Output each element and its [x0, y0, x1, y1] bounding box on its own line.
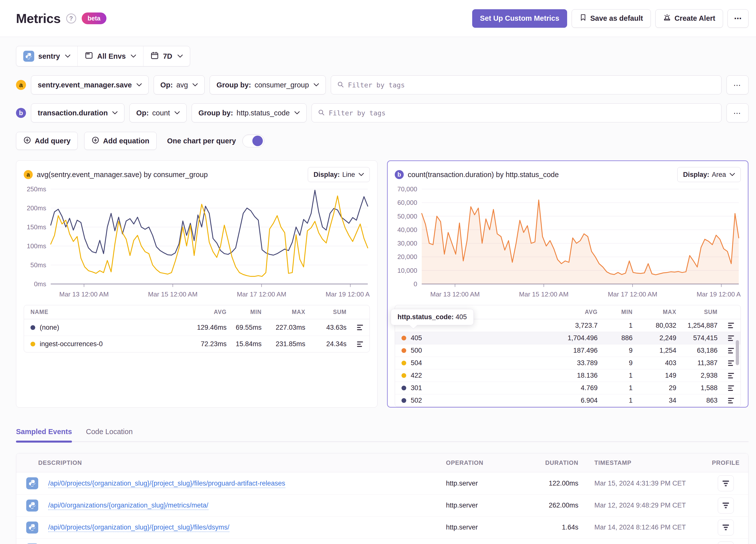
svg-text:70,000: 70,000 — [397, 186, 417, 193]
summary-row[interactable]: 3014.7691291,588 — [395, 382, 741, 394]
event-description-cell: /api/0/projects/{organization_slug}/{pro… — [41, 480, 446, 487]
series-row-menu[interactable] — [718, 373, 734, 378]
metric-select-a[interactable]: sentry.event_manager.save — [31, 75, 149, 94]
svg-text:100ms: 100ms — [27, 242, 46, 250]
event-operation: http.server — [446, 502, 521, 509]
one-chart-per-query-toggle[interactable] — [242, 134, 264, 147]
open-profile-button[interactable] — [718, 498, 734, 514]
row-menu-icon[interactable] — [728, 398, 734, 403]
row-menu-icon[interactable] — [728, 335, 734, 341]
row-menu-icon[interactable] — [357, 341, 363, 347]
details-tabs: Sampled Events Code Location — [16, 428, 749, 442]
series-row-menu[interactable] — [347, 341, 363, 347]
summary-row[interactable]: 4051,704.4968862,249574,415 — [395, 332, 741, 344]
summary-row[interactable]: ingest-occurrences-072.23ms15.84ms231.85… — [24, 336, 370, 352]
event-row: /api/0/organizations/{organization_slug}… — [16, 494, 748, 516]
event-description-link[interactable]: /api/0/organizations/{organization_slug}… — [48, 502, 208, 510]
series-color-dot — [30, 342, 35, 346]
series-name-cell: 405 — [401, 334, 554, 342]
row-menu-icon[interactable] — [728, 323, 734, 328]
tag-filter-input-a[interactable]: Filter by tags — [331, 75, 722, 94]
summary-row[interactable]: 42218.13611492,938 — [395, 369, 741, 382]
series-row-menu[interactable] — [718, 323, 734, 328]
display-type-select-b[interactable]: Display: Area — [677, 167, 741, 182]
metric-select-b[interactable]: transaction.duration — [31, 103, 124, 122]
create-alert-button[interactable]: Create Alert — [655, 9, 723, 28]
series-name-cell: ingest-occurrences-0 — [30, 340, 183, 348]
open-profile-button[interactable] — [718, 475, 734, 491]
series-name-cell: 504 — [401, 359, 554, 367]
more-options-button[interactable]: ⋯ — [728, 9, 749, 28]
query-options-button-a[interactable]: ⋯ — [727, 75, 749, 94]
add-query-button[interactable]: Add query — [16, 132, 78, 150]
groupby-label: Group by: — [198, 109, 233, 117]
chevron-down-icon — [65, 54, 70, 58]
help-icon[interactable]: ? — [66, 13, 76, 23]
summary-row[interactable]: (none)129.46ms69.55ms227.03ms43.63s — [24, 319, 370, 336]
svg-text:50ms: 50ms — [30, 261, 46, 269]
series-row-menu[interactable] — [718, 385, 734, 391]
op-select-b[interactable]: Op: count — [129, 103, 187, 122]
chevron-down-icon — [177, 54, 183, 58]
add-query-label: Add query — [35, 137, 70, 145]
series-name-cell: 422 — [401, 372, 554, 379]
event-description-link[interactable]: /api/0/projects/{organization_slug}/{pro… — [48, 524, 229, 532]
event-description-link[interactable]: /api/0/projects/{organization_slug}/{pro… — [48, 480, 285, 488]
series-name-cell: 502 — [401, 397, 554, 404]
summary-row[interactable]: 50433.789940311,387 — [395, 357, 741, 369]
groupby-select-a[interactable]: Group by: consumer_group — [210, 75, 326, 94]
metric-name: transaction.duration — [38, 109, 108, 117]
series-row-menu[interactable] — [347, 325, 363, 330]
series-stat-value: 3,723.7 — [554, 322, 598, 329]
op-select-a[interactable]: Op: avg — [154, 75, 205, 94]
setup-custom-metrics-button[interactable]: Set Up Custom Metrics — [472, 9, 567, 28]
create-alert-label: Create Alert — [675, 14, 715, 22]
tag-filter-input-b[interactable]: Filter by tags — [312, 103, 722, 122]
row-menu-icon[interactable] — [357, 325, 363, 330]
open-profile-button[interactable] — [718, 520, 734, 536]
page-header: Metrics ? beta Set Up Custom Metrics Sav… — [0, 0, 756, 37]
ellipsis-icon: ⋯ — [734, 81, 742, 89]
display-type-select-a[interactable]: Display: Line — [308, 167, 370, 182]
column-header: MAX — [633, 309, 676, 315]
svg-text:Mar 13 12:00 AM: Mar 13 12:00 AM — [430, 290, 480, 298]
environment-selector[interactable]: All Envs — [77, 46, 143, 66]
add-equation-button[interactable]: Add equation — [84, 132, 156, 150]
summary-row[interactable]: 5026.904134863 — [395, 394, 741, 407]
series-row-menu[interactable] — [718, 360, 734, 366]
svg-text:60,000: 60,000 — [397, 199, 417, 206]
row-menu-icon[interactable] — [728, 360, 734, 366]
svg-text:50,000: 50,000 — [397, 213, 417, 220]
event-description-cell: /api/0/organizations/{organization_slug}… — [41, 502, 446, 509]
row-menu-icon[interactable] — [728, 373, 734, 378]
series-row-menu[interactable] — [718, 398, 734, 403]
series-row-menu[interactable] — [718, 348, 734, 353]
column-header: DURATION — [521, 459, 578, 466]
series-stat-value: 63,186 — [676, 347, 718, 354]
date-range-selector[interactable]: 7D — [143, 46, 190, 66]
column-header: OPERATION — [446, 459, 521, 466]
tab-code-location[interactable]: Code Location — [86, 428, 133, 441]
area-chart[interactable]: 010,00020,00030,00040,00050,00060,00070,… — [395, 186, 741, 298]
display-label: Display: — [314, 171, 340, 179]
series-color-dot — [401, 348, 406, 353]
series-stat-value: 43.63s — [305, 324, 347, 331]
svg-text:10,000: 10,000 — [397, 267, 417, 274]
row-menu-icon[interactable] — [728, 348, 734, 353]
series-stat-value: 187.496 — [554, 347, 598, 354]
open-profile-button[interactable] — [718, 542, 734, 544]
event-description-cell: /api/0/projects/{organization_slug}/{pro… — [41, 524, 446, 531]
series-stat-value: 18.136 — [554, 372, 598, 379]
series-row-menu[interactable] — [718, 335, 734, 341]
project-selector[interactable]: sentry — [16, 46, 77, 66]
line-chart[interactable]: 0ms50ms100ms150ms200ms250msMar 13 12:00 … — [24, 186, 370, 298]
query-badge-b: b — [16, 108, 26, 118]
save-as-default-button[interactable]: Save as default — [572, 9, 651, 28]
summary-row[interactable]: 500187.49691,25463,186 — [395, 344, 741, 357]
series-stat-value: 574,415 — [676, 334, 718, 342]
query-options-button-b[interactable]: ⋯ — [727, 103, 749, 122]
table-scrollbar-thumb[interactable] — [736, 340, 739, 365]
row-menu-icon[interactable] — [728, 385, 734, 391]
tab-sampled-events[interactable]: Sampled Events — [16, 428, 72, 441]
groupby-select-b[interactable]: Group by: http.status_code — [192, 103, 306, 122]
